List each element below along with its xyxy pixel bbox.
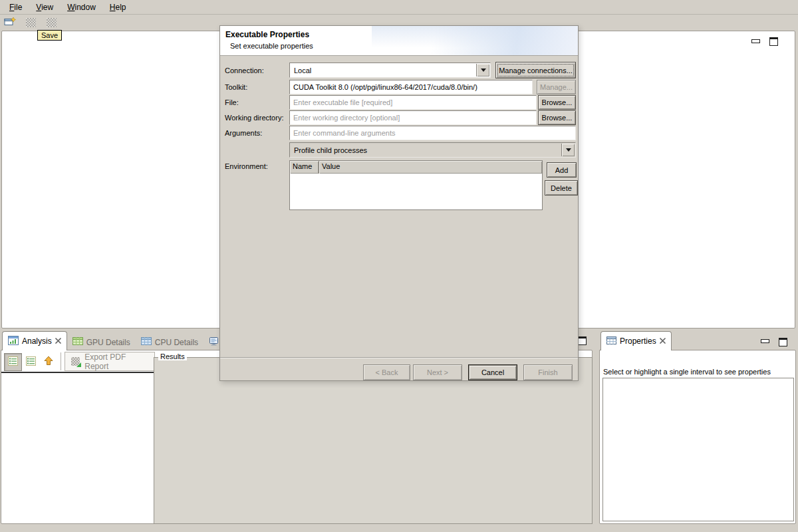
environment-table[interactable]: Name Value — [289, 160, 543, 210]
toolkit-label: Toolkit: — [225, 83, 247, 91]
column-header-value[interactable]: Value — [319, 161, 542, 174]
save-tooltip: Save — [37, 30, 62, 41]
arguments-field[interactable] — [289, 126, 576, 140]
browse-working-directory-button[interactable]: Browse... — [538, 110, 576, 125]
working-directory-label: Working directory: — [225, 114, 283, 122]
tab-label: CPU Details — [155, 338, 198, 347]
cancel-button[interactable]: Cancel — [468, 364, 517, 380]
maximize-icon[interactable] — [779, 338, 787, 346]
new-session-icon — [4, 17, 16, 29]
browse-file-button[interactable]: Browse... — [538, 95, 576, 110]
working-directory-field[interactable] — [289, 110, 537, 125]
minimize-icon[interactable] — [761, 339, 769, 343]
chevron-down-icon[interactable] — [476, 64, 489, 76]
menu-bar: File View Window Help — [0, 0, 798, 15]
dialog-header: Executable Properties Set executable pro… — [220, 26, 578, 56]
dialog-title: Executable Properties — [225, 30, 309, 39]
open-session-icon — [26, 18, 36, 27]
delete-environment-button[interactable]: Delete — [545, 180, 578, 196]
new-session-button[interactable] — [3, 17, 17, 29]
add-environment-button[interactable]: Add — [547, 162, 577, 178]
dialog-button-separator — [220, 357, 578, 358]
application-window: File View Window Help Save — [0, 0, 798, 532]
export-pdf-icon — [71, 357, 80, 366]
save-session-icon — [47, 18, 57, 27]
up-arrow-icon — [44, 356, 53, 368]
finish-button: Finish — [523, 364, 573, 380]
environment-table-header: Name Value — [290, 161, 542, 174]
analysis-list-button[interactable] — [4, 353, 22, 371]
profile-child-processes-combo[interactable]: Profile child processes — [289, 142, 576, 158]
up-arrow-button[interactable] — [39, 353, 57, 371]
environment-label: Environment: — [225, 162, 268, 170]
tab-label: Properties — [620, 336, 656, 346]
properties-panel-content: Select or highlight a single interval to… — [599, 350, 796, 524]
tab-gpu-details[interactable]: GPU Details — [67, 334, 136, 350]
cpu-details-icon — [141, 337, 152, 347]
toolkit-field[interactable] — [289, 80, 533, 94]
tab-properties[interactable]: Properties — [600, 331, 672, 350]
close-icon[interactable] — [660, 336, 666, 346]
export-pdf-report-button[interactable]: Export PDF Report — [65, 352, 155, 371]
tab-cpu-details[interactable]: CPU Details — [136, 334, 203, 350]
close-icon[interactable] — [55, 336, 61, 346]
tab-analysis[interactable]: Analysis — [2, 331, 67, 350]
minimize-icon[interactable] — [751, 39, 760, 43]
file-label: File: — [225, 98, 239, 106]
manage-toolkit-button: Manage... — [537, 80, 576, 94]
menu-file[interactable]: File — [5, 1, 26, 14]
analysis-tabstrip: Analysis GPU Details CPU Details — [2, 331, 257, 350]
console-icon — [209, 337, 219, 348]
chevron-down-icon[interactable] — [561, 144, 575, 156]
gpu-details-icon — [72, 337, 83, 347]
analysis-list-alt-icon — [26, 356, 36, 368]
tab-label: Analysis — [22, 336, 52, 346]
properties-empty-box — [602, 378, 794, 521]
maximize-icon[interactable] — [578, 336, 587, 345]
menu-view[interactable]: View — [32, 1, 57, 14]
connection-value: Local — [294, 66, 311, 74]
export-pdf-label: Export PDF Report — [84, 352, 148, 371]
properties-icon — [606, 336, 616, 346]
menu-window[interactable]: Window — [63, 1, 100, 14]
tab-label: GPU Details — [86, 338, 130, 347]
back-button: < Back — [363, 364, 410, 380]
profile-child-processes-value: Profile child processes — [294, 146, 367, 154]
header-gradient — [372, 26, 578, 55]
properties-tabstrip: Properties — [600, 331, 672, 350]
toolbar-separator — [61, 352, 61, 370]
file-field[interactable] — [289, 95, 537, 110]
results-group-label: Results — [158, 352, 187, 360]
analysis-toolbar-underline — [1, 372, 155, 373]
results-group: Results — [154, 357, 593, 524]
executable-properties-dialog: Executable Properties Set executable pro… — [219, 25, 579, 381]
column-header-name[interactable]: Name — [290, 161, 319, 174]
save-session-button — [45, 17, 58, 29]
connection-combo[interactable]: Local — [289, 63, 491, 78]
analysis-list-alt-button[interactable] — [22, 353, 40, 371]
dialog-subtitle: Set executable properties — [230, 42, 313, 50]
analysis-icon — [8, 336, 19, 347]
analysis-list-icon — [8, 356, 18, 368]
properties-panel: Select or highlight a single interval to… — [598, 331, 797, 526]
open-session-button — [24, 17, 37, 29]
menu-help[interactable]: Help — [106, 1, 130, 14]
maximize-icon[interactable] — [769, 37, 778, 46]
connection-label: Connection: — [225, 66, 264, 74]
properties-message: Select or highlight a single interval to… — [603, 368, 771, 376]
manage-connections-button[interactable]: Manage connections... — [495, 62, 576, 78]
next-button: Next > — [413, 364, 462, 380]
arguments-label: Arguments: — [225, 129, 262, 137]
